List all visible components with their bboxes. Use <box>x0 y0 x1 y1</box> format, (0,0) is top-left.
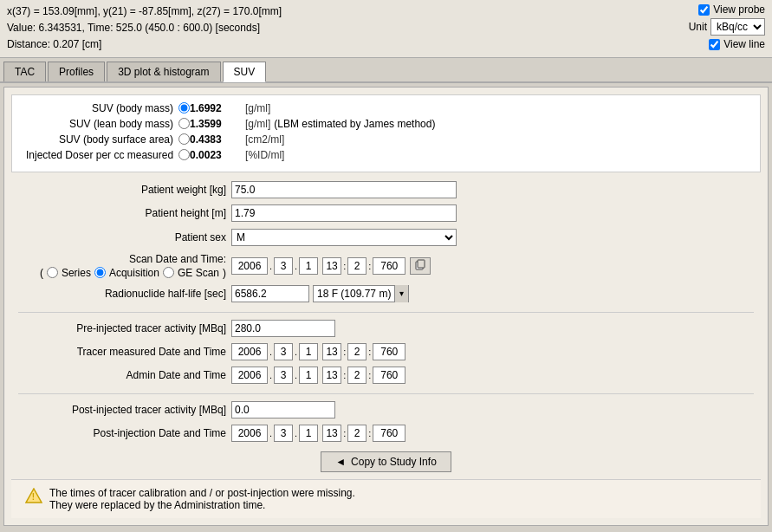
scan-date-fields: . . : : <box>231 257 431 275</box>
scan-year-input[interactable] <box>231 257 268 275</box>
postinjection-hour-input[interactable] <box>322 425 341 442</box>
suv-injected-radio[interactable] <box>178 149 190 160</box>
scan-acquisition-radio[interactable] <box>94 267 106 278</box>
patient-weight-row: Patient weight [kg] <box>18 181 754 198</box>
svg-text:!: ! <box>32 492 35 502</box>
form-section: Patient weight [kg] Patient height [m] P… <box>11 181 761 444</box>
admin-min-input[interactable] <box>347 367 367 384</box>
postinjection-date-label: Post-injection Date and Time <box>18 427 226 439</box>
scan-series-radio[interactable] <box>47 267 58 278</box>
tracer-year-input[interactable] <box>231 343 268 360</box>
tracer-min-input[interactable] <box>347 343 367 360</box>
unit-label: Unit <box>689 21 707 33</box>
scan-paren-close: ) <box>223 267 226 279</box>
view-probe-label[interactable]: View probe <box>698 3 765 16</box>
postinjection-day-input[interactable] <box>299 425 318 442</box>
copy-btn-label: Copy to Study Info <box>351 456 437 468</box>
suv-injected-label: Injected Doser per cc measured <box>26 149 173 161</box>
patient-weight-label: Patient weight [kg] <box>18 184 226 196</box>
patient-weight-input[interactable] <box>231 181 457 198</box>
postinjection-month-input[interactable] <box>274 425 293 442</box>
tracer-date-row: Tracer measured Date and Time . . : : <box>18 343 754 360</box>
scan-hour-input[interactable] <box>322 257 341 275</box>
suv-body-mass-unit: [g/ml] <box>245 102 270 114</box>
postinjection-date-row: Post-injection Date and Time . . : : <box>18 425 754 442</box>
top-controls: View probe Unit kBq/ccBq/mlSUV View line <box>689 3 765 50</box>
suv-body-mass-radio[interactable] <box>178 102 190 114</box>
tab-profiles[interactable]: Profiles <box>48 62 105 81</box>
tab-suv[interactable]: SUV <box>223 62 267 82</box>
tracer-month-input[interactable] <box>274 343 293 360</box>
postinjection-year-input[interactable] <box>231 425 268 442</box>
suv-values-section: SUV (body mass) 1.6992 [g/ml] SUV (lean … <box>11 94 761 172</box>
warning-icon: ! <box>25 488 42 503</box>
scan-date-row: Scan Date and Time: ( Series Acquisition… <box>18 253 754 279</box>
svg-rect-1 <box>418 260 425 268</box>
copy-arrow-icon: ◄ <box>335 456 346 468</box>
radionuclide-dropdown: 18 F (109.77 m) ▾ <box>313 285 409 302</box>
admin-sec-input[interactable] <box>373 367 405 384</box>
scan-acquisition-label: Acquisition <box>109 267 159 279</box>
patient-height-row: Patient height [m] <box>18 204 754 222</box>
admin-date-fields: . . : : <box>231 367 405 384</box>
warning-line1: The times of tracer calibration and / or… <box>49 487 355 499</box>
scan-day-input[interactable] <box>299 257 318 275</box>
scan-series-label: Series <box>62 267 91 279</box>
coord-text: x(37) = 153.09[mm], y(21) = -87.85[mm], … <box>7 3 282 20</box>
scan-paren-open: ( <box>40 267 43 279</box>
value-text: Value: 6.343531, Time: 525.0 (450.0 : 60… <box>7 20 282 36</box>
scan-sec-input[interactable] <box>373 257 405 275</box>
suv-lean-body-radio[interactable] <box>178 118 190 129</box>
tracer-sec-input[interactable] <box>373 343 405 360</box>
postinjected-input[interactable] <box>231 401 335 418</box>
suv-body-mass-value: 1.6992 <box>190 102 242 114</box>
admin-year-input[interactable] <box>231 367 268 384</box>
postinjection-sec-input[interactable] <box>373 425 405 442</box>
patient-sex-row: Patient sex M F ▾ <box>18 228 754 247</box>
patient-height-label: Patient height [m] <box>18 207 226 219</box>
tab-tac[interactable]: TAC <box>3 62 46 81</box>
suv-injected-value: 0.0023 <box>190 149 242 161</box>
radionuclide-row: Radionuclide half-life [sec] 18 F (109.7… <box>18 285 754 302</box>
tracer-date-label: Tracer measured Date and Time <box>18 346 226 358</box>
view-line-label[interactable]: View line <box>709 38 765 50</box>
tracer-hour-input[interactable] <box>322 343 341 360</box>
scan-ge-radio[interactable] <box>163 267 174 278</box>
patient-sex-select[interactable]: M F <box>231 229 457 246</box>
admin-day-input[interactable] <box>299 367 318 384</box>
admin-month-input[interactable] <box>274 367 293 384</box>
suv-lean-body-row: SUV (lean body mass) 1.3599 [g/ml] (LBM … <box>26 118 746 130</box>
patient-sex-label: Patient sex <box>18 231 226 243</box>
warning-line2: They were replaced by the Administration… <box>49 499 355 511</box>
patient-sex-wrapper: M F <box>231 229 457 246</box>
postinjection-min-input[interactable] <box>347 425 367 442</box>
unit-select[interactable]: kBq/ccBq/mlSUV <box>710 18 765 36</box>
radionuclide-label: Radionuclide half-life [sec] <box>18 288 226 300</box>
tracer-day-input[interactable] <box>299 343 318 360</box>
tab-3dplot[interactable]: 3D plot & histogram <box>107 62 220 81</box>
suv-body-surface-radio[interactable] <box>178 133 190 145</box>
radionuclide-input[interactable] <box>231 285 309 302</box>
tracer-date-fields: . . : : <box>231 343 405 360</box>
suv-lean-body-value: 1.3599 <box>190 118 242 130</box>
preinjected-label: Pre-injected tracer activity [MBq] <box>18 322 226 334</box>
radionuclide-name: 18 F (109.77 m) <box>314 287 394 301</box>
scan-month-input[interactable] <box>274 257 293 275</box>
scan-ge-label: GE Scan <box>178 267 219 279</box>
main-panel: SUV (body mass) 1.6992 [g/ml] SUV (lean … <box>3 87 769 526</box>
view-line-checkbox[interactable] <box>709 39 720 50</box>
coordinate-info: x(37) = 153.09[mm], y(21) = -87.85[mm], … <box>7 3 282 54</box>
copy-btn-wrapper: ◄ Copy to Study Info <box>11 451 761 472</box>
admin-date-row: Admin Date and Time . . : : <box>18 367 754 384</box>
patient-height-input[interactable] <box>231 204 457 222</box>
admin-date-label: Admin Date and Time <box>18 369 226 381</box>
suv-body-surface-label: SUV (body surface area) <box>26 133 173 146</box>
admin-hour-input[interactable] <box>322 367 341 384</box>
radionuclide-dropdown-btn[interactable]: ▾ <box>394 285 408 302</box>
view-probe-checkbox[interactable] <box>698 4 710 16</box>
preinjected-input[interactable] <box>231 320 335 337</box>
copy-to-study-btn[interactable]: ◄ Copy to Study Info <box>321 451 451 472</box>
suv-body-surface-row: SUV (body surface area) 0.4383 [cm2/ml] <box>26 133 746 146</box>
scan-copy-btn[interactable] <box>410 257 431 275</box>
scan-min-input[interactable] <box>347 257 367 275</box>
